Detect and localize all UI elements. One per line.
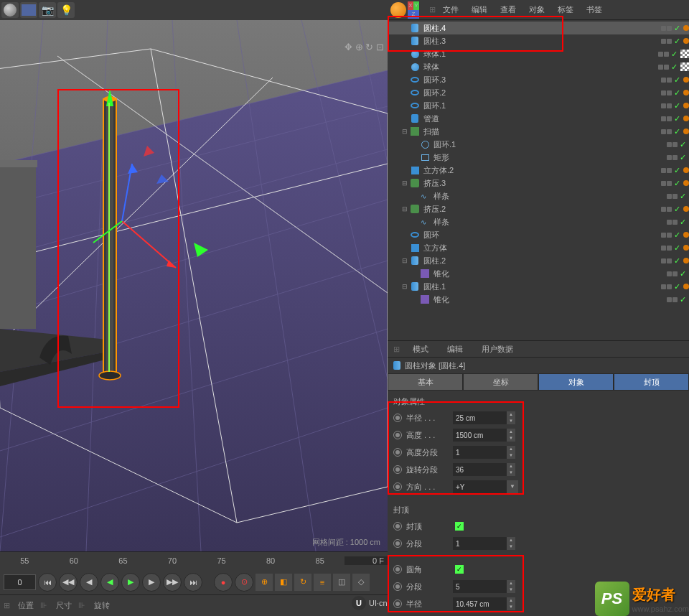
visibility-dots[interactable] [667,155,678,160]
radio-icon[interactable] [393,414,402,422]
tree-row[interactable]: 锥化✓ [388,293,689,306]
light-icon[interactable]: 💡 [57,2,75,18]
frame-input[interactable] [4,574,36,590]
enable-check[interactable]: ✓ [680,192,686,201]
tags[interactable] [683,90,689,95]
expand-icon[interactable]: ⊟ [400,283,409,290]
tab-object[interactable]: 对象 [538,373,614,391]
height-input[interactable] [453,429,507,442]
visibility-dots[interactable] [661,258,672,263]
radius-input[interactable] [453,411,507,424]
tree-item-name[interactable]: 立方体.2 [423,165,661,176]
menu-edit[interactable]: 编辑 [466,4,493,15]
prev-frame-button[interactable]: ◀ [80,573,98,592]
grid-icon[interactable] [20,2,37,18]
tree-row[interactable]: 圆环✓ [388,228,689,241]
tree-row[interactable]: ⊟挤压.3✓ [388,177,689,190]
tree-row[interactable]: ∿样条✓ [388,215,689,228]
timeline[interactable]: 556065 707580 85 0 F [0,551,388,569]
cap-seg-input[interactable] [453,537,507,550]
attr-edit[interactable]: 编辑 [441,344,469,355]
attr-userdata[interactable]: 用户数据 [476,344,519,355]
tree-item-name[interactable]: 锥化 [433,294,667,305]
tree-item-name[interactable]: 样条 [433,191,667,202]
visibility-dots[interactable] [658,65,669,70]
tree-item-name[interactable]: 球体.1 [423,49,658,60]
enable-check[interactable]: ✓ [674,101,680,111]
tree-item-name[interactable]: 挤压.3 [423,178,661,189]
enable-check[interactable]: ✓ [674,37,680,46]
key-pos-button[interactable]: ⊕ [256,574,273,591]
tree-item-name[interactable]: 圆柱.3 [423,36,661,47]
tree-row[interactable]: 锥化✓ [388,267,689,280]
goto-end-button[interactable]: ⏭ [184,573,202,592]
visibility-dots[interactable] [661,207,672,212]
tags[interactable] [683,232,689,238]
tree-item-name[interactable]: 圆环.3 [423,75,661,85]
menu-objects[interactable]: 对象 [523,4,550,15]
play-reverse-button[interactable]: ◀ [100,573,119,592]
visibility-dots[interactable] [661,284,672,289]
enable-check[interactable]: ✓ [671,62,678,72]
tree-row[interactable]: ⊟挤压.2✓ [388,202,689,215]
enable-check[interactable]: ✓ [674,243,680,253]
record-button[interactable]: ● [214,573,233,592]
visibility-dots[interactable] [661,78,672,83]
prev-key-button[interactable]: ◀◀ [59,573,78,592]
direction-select[interactable] [453,480,507,493]
tree-item-name[interactable]: 样条 [433,217,667,228]
shading-icon[interactable] [1,2,19,18]
tree-item-name[interactable]: 挤压.2 [423,204,661,215]
tree-item-name[interactable]: 扫描 [423,126,661,137]
enable-check[interactable]: ✓ [674,127,680,136]
key-opt-button[interactable]: ◇ [352,574,370,591]
enable-check[interactable]: ✓ [674,88,680,98]
visibility-dots[interactable] [661,168,672,173]
tree-row[interactable]: ⊟圆柱.2✓ [388,254,689,267]
tree-item-name[interactable]: 圆柱.1 [423,281,661,292]
tree-item-name[interactable]: 锥化 [433,269,667,279]
tree-row[interactable]: 圆环.1✓ [388,99,689,112]
tags[interactable] [683,103,689,108]
play-button[interactable]: ▶ [121,573,140,592]
tab-caps[interactable]: 封顶 [614,373,689,391]
tree-item-name[interactable]: 圆环.2 [423,88,661,98]
tree-item-name[interactable]: 圆环.1 [423,101,661,111]
enable-check[interactable]: ✓ [674,24,680,33]
tags[interactable] [683,116,689,121]
camera-icon[interactable]: 📷 [39,2,56,18]
visibility-dots[interactable] [661,103,672,108]
tree-item-name[interactable]: 圆柱.2 [423,256,661,266]
dropdown-icon[interactable]: ▼ [507,480,518,493]
viewport-render[interactable]: ✥ ⊕ ↻ ⊡ [0,20,388,551]
expand-icon[interactable]: ⊟ [400,205,409,213]
enable-check[interactable]: ✓ [680,295,686,304]
goto-start-button[interactable]: ⏮ [38,573,57,592]
axis-mode-icon[interactable]: XY Z [408,1,425,19]
enable-check[interactable]: ✓ [674,205,680,214]
visibility-dots[interactable] [667,142,678,147]
visibility-dots[interactable] [661,246,672,251]
next-frame-button[interactable]: ▶ [142,573,161,592]
caps-checkbox[interactable]: ✓ [455,522,464,531]
tree-item-name[interactable]: 球体 [423,62,658,73]
enable-check[interactable]: ✓ [680,153,686,162]
tree-item-name[interactable]: 圆柱.4 [423,23,661,34]
tags[interactable] [683,25,689,31]
tags[interactable] [683,167,689,173]
tree-item-name[interactable]: 立方体 [423,243,661,253]
visibility-dots[interactable] [661,26,672,31]
expand-icon[interactable]: ⊟ [400,257,409,264]
tab-coord[interactable]: 坐标 [463,373,538,391]
visibility-dots[interactable] [661,233,672,238]
menu-view[interactable]: 查看 [495,4,522,15]
visibility-dots[interactable] [667,194,678,199]
tags[interactable] [680,62,689,71]
tree-row[interactable]: 圆环.3✓ [388,73,689,86]
tree-row[interactable]: ∿样条✓ [388,190,689,202]
enable-check[interactable]: ✓ [680,140,686,149]
tree-row[interactable]: 球体.1✓ [388,47,689,60]
tree-row[interactable]: 圆环.1✓ [388,138,689,151]
autokey-button[interactable]: ⊙ [235,573,253,592]
tags[interactable] [683,258,689,263]
